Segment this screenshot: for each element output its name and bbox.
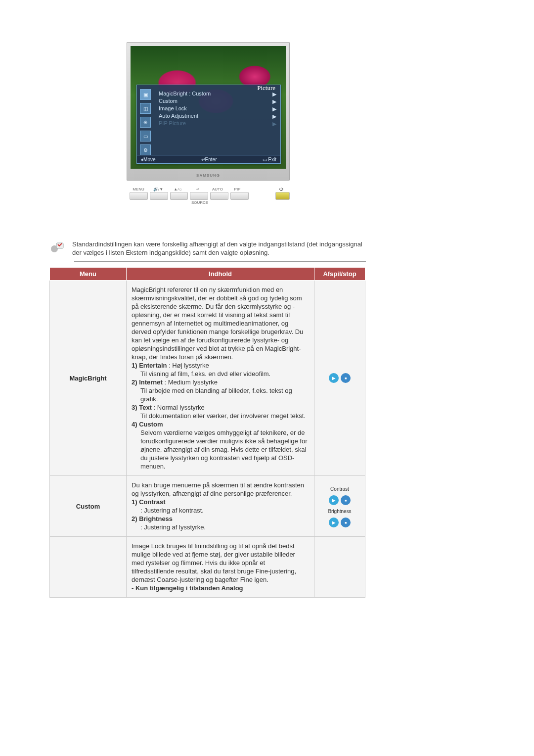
imagelock-intro: Image Lock bruges til finindstilling og … — [132, 542, 296, 583]
osd-icon-picture: ◫ — [140, 103, 151, 114]
play-stop-pair — [329, 495, 351, 505]
divider — [74, 261, 366, 262]
magicbright-intro: MagicBright refererer til en ny skærmfun… — [132, 286, 303, 361]
caption-brightness: Brightness — [328, 507, 351, 516]
header-content: Indhold — [127, 268, 314, 281]
physical-button-menu[interactable] — [130, 192, 148, 200]
row-custom-name: Custom — [50, 476, 127, 537]
custom-brightness-body: : Justering af lysstyrke. — [132, 523, 309, 531]
button-volume-icon: 🔊/▼ — [149, 187, 167, 191]
table-row: MagicBright MagicBright refererer til en… — [50, 281, 365, 476]
row-custom-content: Du kan bruge menuerne på skærmen til at … — [127, 476, 314, 537]
custom-brightness-title: 2) Brightness — [132, 515, 173, 522]
caption-contrast: Contrast — [330, 485, 349, 493]
imagelock-note: - Kun tilgængelig i tilstanden Analog — [132, 584, 243, 592]
monitor-screen: Picture ▣ ◫ ✳ ▭ ⚙ MagicBright : Custom C… — [131, 46, 286, 169]
osd-item-pippicture: PIP Picture — [159, 120, 266, 127]
opt-internet-title: 2) Internet — [132, 378, 163, 386]
stop-icon[interactable] — [341, 518, 351, 527]
info-note: Standardindstillingen kan være forskelli… — [49, 240, 366, 257]
physical-button-auto[interactable] — [210, 192, 228, 200]
osd-item-autoadj: Auto Adjustment — [159, 112, 266, 120]
opt-text-title: 3) Text — [132, 404, 152, 411]
row-magicbright-content: MagicBright refererer til en ny skærmfun… — [127, 281, 314, 476]
opt-internet-body: Til arbejde med en blanding af billeder,… — [132, 386, 309, 403]
osd-menu-list: MagicBright : Custom Custom Image Lock A… — [159, 90, 266, 127]
osd-arrow-icon: ▶ — [272, 113, 276, 120]
opt-entertain-head: : Høj lysstyrke — [167, 362, 209, 369]
opt-text-head: : Normal lysstyrke — [152, 404, 205, 411]
play-stop-pair — [319, 373, 360, 383]
osd-item-custom: Custom — [159, 97, 266, 105]
header-menu: Menu — [50, 268, 127, 281]
osd-icon-input: ▣ — [140, 89, 151, 100]
button-enter-icon: ↵ — [189, 187, 207, 191]
row-imagelock-name — [50, 537, 127, 598]
row-magicbright-name: MagicBright — [50, 281, 127, 476]
table-row: Custom Du kan bruge menuerne på skærmen … — [50, 476, 365, 537]
physical-button-power[interactable] — [275, 192, 290, 200]
custom-contrast-body: : Justering af kontrast. — [132, 506, 309, 515]
osd-category-icons: ▣ ◫ ✳ ▭ ⚙ — [140, 89, 152, 155]
opt-entertain-body: Til visning af film, f.eks. en dvd eller… — [132, 370, 309, 378]
osd-icon-brightness: ✳ — [140, 117, 151, 128]
monitor-button-bar: MENU 🔊/▼ ▲/☼ ↵ AUTO PIP ⏻ — [127, 187, 290, 208]
osd-footer-enter: ↵Enter — [201, 157, 217, 162]
osd-item-imagelock: Image Lock — [159, 105, 266, 112]
play-stop-pair — [329, 518, 351, 527]
info-note-text: Standardindstillingen kan være forskelli… — [72, 240, 366, 257]
osd-arrow-column: ▶ ▶ ▶ ▶ ▶ — [272, 91, 276, 127]
osd-icon-pip: ▭ — [140, 131, 151, 142]
button-source-label: SOURCE — [191, 200, 209, 205]
monitor-illustration: Picture ▣ ◫ ✳ ▭ ⚙ MagicBright : Custom C… — [127, 42, 290, 208]
button-bright-icon: ▲/☼ — [169, 187, 187, 191]
physical-button-pip[interactable] — [230, 192, 249, 200]
physical-button-up[interactable] — [170, 192, 188, 200]
opt-internet-head: : Medium lysstyrke — [163, 378, 218, 386]
button-auto-label: AUTO — [209, 187, 226, 191]
opt-custom-title: 4) Custom — [132, 421, 163, 428]
play-icon[interactable] — [329, 495, 339, 505]
osd-item-magicbright: MagicBright : Custom — [159, 90, 266, 97]
osd-footer-move: ♦Move — [141, 157, 156, 162]
play-icon[interactable] — [329, 518, 339, 527]
custom-intro: Du kan bruge menuerne på skærmen til at … — [132, 481, 304, 497]
feature-table: Menu Indhold Afspil/stop MagicBright Mag… — [49, 267, 365, 598]
monitor-brand-label: SAMSUNG — [127, 173, 290, 178]
osd-arrow-icon: ▶ — [272, 91, 276, 97]
osd-footer-exit: ▭ Exit — [263, 157, 276, 162]
row-custom-play: Contrast Brightness — [314, 476, 365, 537]
osd-footer: ♦Move ↵Enter ▭ Exit — [137, 155, 280, 163]
osd-arrow-icon: ▶ — [272, 106, 276, 112]
custom-contrast-title: 1) Contrast — [132, 498, 166, 506]
row-magicbright-play — [314, 281, 365, 476]
table-row: Image Lock bruges til finindstilling og … — [50, 537, 365, 598]
physical-button-down[interactable] — [150, 192, 168, 200]
osd-arrow-icon: ▶ — [272, 121, 276, 127]
button-pip-label: PIP — [228, 187, 246, 191]
stop-icon[interactable] — [341, 373, 351, 383]
osd-arrow-icon: ▶ — [272, 98, 276, 105]
physical-button-enter[interactable] — [190, 192, 208, 200]
page-root: Picture ▣ ◫ ✳ ▭ ⚙ MagicBright : Custom C… — [0, 0, 534, 756]
stop-icon[interactable] — [341, 495, 351, 505]
osd-panel: Picture ▣ ◫ ✳ ▭ ⚙ MagicBright : Custom C… — [136, 85, 281, 164]
button-power-icon: ⏻ — [274, 187, 288, 191]
header-play: Afspil/stop — [314, 268, 365, 281]
play-icon[interactable] — [329, 373, 339, 383]
monitor-bezel: Picture ▣ ◫ ✳ ▭ ⚙ MagicBright : Custom C… — [127, 42, 290, 181]
note-icon — [49, 240, 65, 256]
row-imagelock-play — [314, 537, 365, 598]
opt-entertain-title: 1) Entertain — [132, 362, 167, 369]
opt-text-body: Til dokumentation eller værker, der invo… — [132, 412, 309, 420]
osd-icon-setup: ⚙ — [140, 144, 151, 155]
opt-custom-body: Selvom værdierne vælges omhyggeligt af t… — [132, 428, 309, 471]
row-imagelock-content: Image Lock bruges til finindstilling og … — [127, 537, 314, 598]
button-menu-label: MENU — [130, 187, 147, 191]
